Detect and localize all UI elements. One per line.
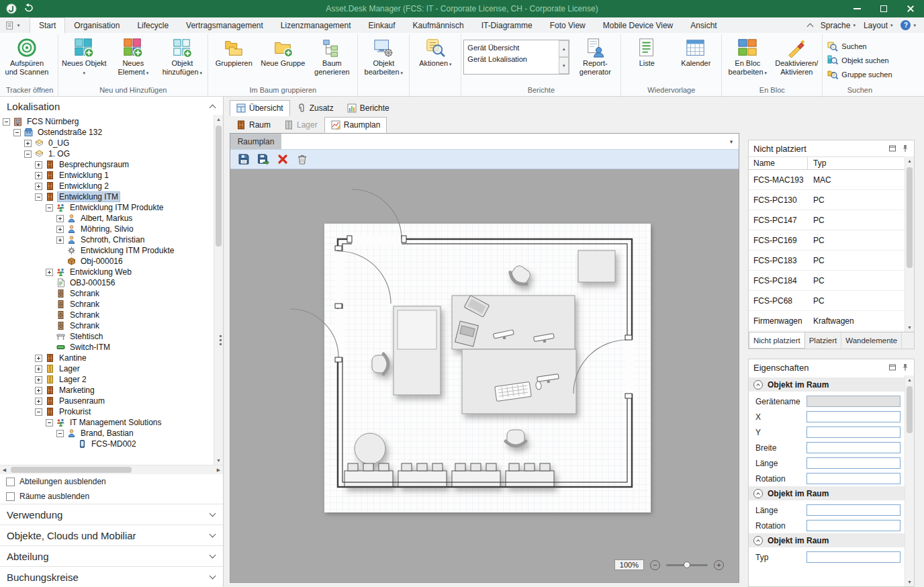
scroll-up-icon[interactable]: ▲: [559, 40, 569, 57]
collapse-icon[interactable]: [46, 419, 53, 426]
ribbon-button-en-bloc-bearbeiten[interactable]: En Bloc bearbeiten ▾: [724, 36, 771, 85]
report-type-list[interactable]: Gerät ÜbersichtGerät Lokalisation▲▼: [463, 40, 569, 75]
ribbon-tab-ansicht[interactable]: Ansicht: [682, 17, 725, 33]
collapse-icon[interactable]: [35, 408, 42, 416]
tab-list-dropdown-icon[interactable]: ▾: [724, 134, 739, 149]
tree-item-0-ug[interactable]: 0_UG: [0, 138, 214, 148]
ribbon-button-neues-objekt[interactable]: Neues Objekt ▾: [60, 36, 107, 85]
section-objekte-clouds-und-mobiliar[interactable]: Objekte, Clouds und Mobiliar: [0, 525, 223, 545]
expand-icon[interactable]: [35, 398, 42, 405]
scroll-up-icon[interactable]: ▲: [905, 375, 914, 384]
tree-item-schrank[interactable]: Schrank: [0, 288, 214, 299]
floor-plan[interactable]: [281, 181, 657, 528]
tab-berichte[interactable]: Berichte: [340, 100, 396, 116]
scroll-up-icon[interactable]: ▲: [905, 156, 914, 165]
document-tab-raumplan[interactable]: Raumplan: [230, 134, 281, 149]
tree-vertical-scrollbar[interactable]: ▲ ▼: [214, 115, 223, 465]
rotation-input[interactable]: [806, 473, 900, 484]
zoom-slider-handle[interactable]: [684, 561, 690, 568]
scrollbar-thumb[interactable]: [11, 467, 132, 473]
rotation-input[interactable]: [806, 520, 900, 531]
save-button[interactable]: [238, 153, 250, 165]
tab-raum[interactable]: Raum: [230, 117, 277, 133]
collapse-icon[interactable]: [46, 204, 53, 212]
expand-icon[interactable]: [35, 387, 42, 394]
save-as-button[interactable]: [257, 153, 269, 165]
länge-input[interactable]: [806, 457, 900, 469]
expand-icon[interactable]: [56, 236, 64, 244]
scroll-up-icon[interactable]: ▲: [214, 115, 223, 124]
scroll-down-icon[interactable]: ▼: [214, 456, 223, 465]
float-window-icon[interactable]: [888, 144, 896, 152]
app-icon[interactable]: [6, 3, 17, 14]
ribbon-tab-lizenzmanagement[interactable]: Lizenzmanagement: [272, 17, 360, 33]
collapse-icon[interactable]: [35, 193, 42, 201]
section-verwendung[interactable]: Verwendung: [0, 504, 223, 525]
report-type-gerät-übersicht[interactable]: Gerät Übersicht: [467, 42, 555, 54]
collapse-ribbon-icon[interactable]: [806, 24, 813, 30]
y-input[interactable]: [806, 426, 900, 438]
checkbox-abteilungen-ausblenden[interactable]: Abteilungen ausblenden: [0, 474, 223, 489]
collapse-icon[interactable]: [13, 129, 21, 136]
ribbon-button-objekt-hinzufügen[interactable]: Objekt hinzufügen ▾: [158, 36, 205, 85]
report-type-gerät-lokalisation[interactable]: Gerät Lokalisation: [467, 54, 555, 65]
sprache-menu[interactable]: Sprache▾: [821, 21, 856, 30]
scroll-left-icon[interactable]: ◀: [0, 465, 9, 474]
tree-item-schroth-christian[interactable]: Schroth, Christian: [0, 234, 214, 245]
properties-vertical-scrollbar[interactable]: ▲ ▼: [905, 375, 914, 586]
file-menu-button[interactable]: ▾: [0, 17, 26, 33]
scroll-right-icon[interactable]: ▶: [214, 465, 223, 474]
undo-icon[interactable]: [23, 3, 34, 14]
scroll-down-icon[interactable]: ▼: [905, 578, 914, 586]
tree-item-entwicklung-web[interactable]: Entwicklung Web: [0, 267, 214, 277]
tree-item-prokurist[interactable]: Prokurist: [0, 406, 214, 417]
tree-item-1-og[interactable]: 1. OG: [0, 148, 214, 159]
section-header-objekt-im-raum[interactable]: Objekt im Raum: [749, 533, 905, 547]
expand-icon[interactable]: [35, 365, 42, 373]
scrollbar-thumb[interactable]: [216, 126, 222, 246]
ribbon-tab-start[interactable]: Start: [30, 17, 65, 33]
tree-horizontal-scrollbar[interactable]: ◀ ▶: [0, 465, 223, 474]
tree-item-entwicklung-itm[interactable]: Entwicklung ITM: [0, 191, 214, 202]
expand-icon[interactable]: [35, 376, 42, 383]
checkbox-räume-ausblenden[interactable]: Räume ausblenden: [0, 489, 223, 504]
tree-item-entwicklung-itm-produkte[interactable]: Entwicklung ITM Produkte: [0, 245, 214, 256]
table-row-firmenwagen[interactable]: FirmenwagenKraftwagen: [749, 311, 905, 331]
tree-item-fcs-nürnberg[interactable]: FCS Nürnberg: [0, 116, 214, 127]
tree-item-stehtisch[interactable]: Stehtisch: [0, 331, 214, 342]
tree-item-entwicklung-itm-produkte[interactable]: Entwicklung ITM Produkte: [0, 202, 214, 213]
scroll-down-icon[interactable]: ▼: [905, 323, 914, 332]
delete-button[interactable]: [277, 153, 289, 165]
table-row-fcs-pc183[interactable]: FCS-PC183PC: [749, 251, 905, 271]
tab-übersicht[interactable]: Übersicht: [230, 100, 290, 116]
pin-icon[interactable]: [901, 144, 909, 152]
collapse-icon[interactable]: [3, 118, 10, 126]
floorplan-canvas[interactable]: 100% − +: [230, 169, 739, 582]
tree-item-kantine[interactable]: Kantine: [0, 353, 214, 363]
section-abteilung[interactable]: Abteilung: [0, 545, 223, 566]
expand-icon[interactable]: [56, 226, 64, 233]
ribbon-button-suchen[interactable]: Suchen: [827, 41, 892, 52]
tree-item-it-management-solutions[interactable]: IT Management Solutions: [0, 417, 214, 428]
ribbon-button-baum-generieren[interactable]: Baum generieren: [308, 36, 355, 85]
collapse-section-icon[interactable]: [753, 536, 763, 545]
table-row-fcs-pc184[interactable]: FCS-PC184PC: [749, 271, 905, 291]
ribbon-button-liste[interactable]: Liste: [623, 36, 670, 85]
tree-item-möhring-silvio[interactable]: Möhring, Silvio: [0, 224, 214, 234]
länge-input[interactable]: [806, 504, 900, 516]
table-row-fcs-pc147[interactable]: FCS-PC147PC: [749, 210, 905, 230]
help-menu[interactable]: ?▾: [900, 20, 916, 30]
collapse-section-icon[interactable]: [753, 380, 763, 390]
ribbon-tab-kaufmännisch[interactable]: Kaufmännisch: [404, 17, 473, 33]
ribbon-button-kalender[interactable]: Kalender: [672, 36, 719, 85]
collapse-section-icon[interactable]: [753, 489, 763, 498]
ribbon-tab-lifecycle[interactable]: Lifecycle: [128, 17, 177, 33]
scrollbar-thumb[interactable]: [907, 167, 913, 268]
tree-item-fcs-md002[interactable]: FCS-MD002: [0, 439, 214, 449]
tree-item-entwicklung-1[interactable]: Entwicklung 1: [0, 170, 214, 181]
typ-input[interactable]: [806, 551, 900, 563]
expand-icon[interactable]: [46, 269, 53, 276]
tree-item-entwicklung-2[interactable]: Entwicklung 2: [0, 181, 214, 191]
column-header-name[interactable]: Name: [749, 157, 808, 169]
ribbon-tab-organisation[interactable]: Organisation: [65, 17, 128, 33]
